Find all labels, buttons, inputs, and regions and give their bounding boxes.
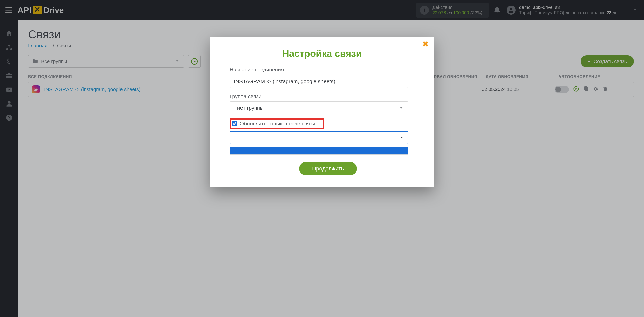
dropdown-option[interactable]: - — [230, 147, 408, 154]
update-after-checkbox[interactable] — [232, 121, 237, 126]
chevron-down-icon — [399, 105, 404, 110]
modal-overlay: ✖ Настройка связи Название соединения IN… — [0, 0, 644, 317]
chevron-down-icon — [399, 135, 404, 140]
close-icon[interactable]: ✖ — [422, 39, 429, 49]
group-select[interactable]: - нет группы - — [230, 101, 408, 114]
continue-button[interactable]: Продолжить — [299, 162, 357, 175]
update-after-highlight: Обновлять только после связи — [230, 118, 324, 129]
conn-name-label: Название соединения — [230, 67, 426, 73]
after-connection-dropdown: - — [230, 147, 408, 155]
after-connection-select[interactable]: - — [230, 131, 408, 144]
conn-name-input[interactable]: INSTAGRAM -> (instagram, google sheets) — [230, 75, 408, 88]
group-label: Группа связи — [230, 93, 426, 99]
modal-title: Настройка связи — [218, 48, 426, 59]
update-after-label[interactable]: Обновлять только после связи — [240, 121, 315, 127]
connection-settings-modal: ✖ Настройка связи Название соединения IN… — [210, 37, 434, 187]
